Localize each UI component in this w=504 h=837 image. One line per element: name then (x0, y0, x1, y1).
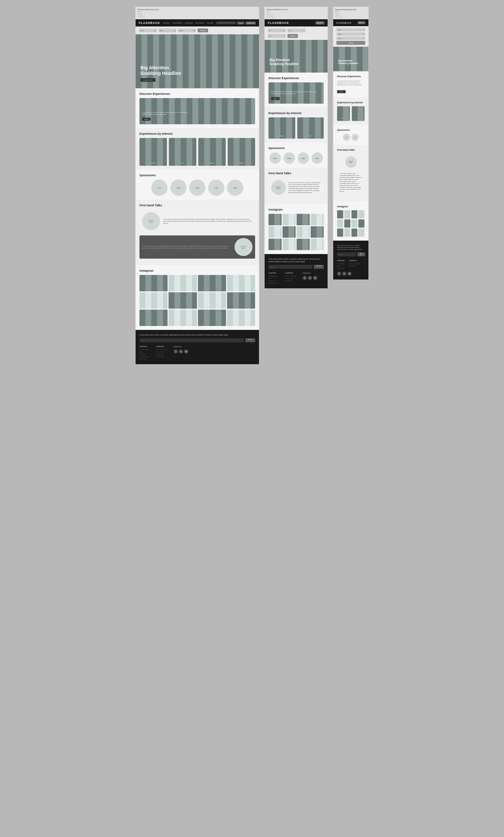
email-input-tablet[interactable] (268, 265, 313, 269)
sponsor-m1: Logo (343, 134, 350, 141)
nav-item-5[interactable]: Top Talks (207, 22, 213, 24)
fb-icon-mobile[interactable]: f (337, 272, 341, 275)
interest-card-music[interactable]: Music (198, 138, 226, 166)
m-insta-5 (337, 219, 343, 228)
footer-link-1[interactable]: Live Assistance (139, 349, 149, 351)
linkedin-icon[interactable]: in (184, 350, 188, 353)
interest-1-mobile[interactable]: History (337, 106, 350, 121)
interests-title-mobile: Experiences by Interest (337, 101, 365, 104)
signup-btn-tablet[interactable]: Sign Up (314, 265, 324, 269)
interest-card-history[interactable]: History (139, 138, 167, 166)
filter-select-3[interactable]: Select ▾ (178, 29, 196, 32)
interest-history-tablet[interactable]: History (268, 118, 295, 139)
li-icon-tablet[interactable]: in (313, 276, 317, 280)
t-company-link-3[interactable]: Partnerships (285, 280, 296, 282)
social-row-tablet: f t in (303, 276, 317, 280)
talks-title: First Hand Talks (139, 204, 255, 207)
menu-btn-mobile[interactable]: Menu ▾ (358, 21, 365, 24)
nav-item-4[interactable]: Get Interest (195, 22, 204, 24)
header-search[interactable] (216, 22, 236, 24)
nav-item-1[interactable]: See Story (163, 22, 170, 24)
discover-btn-mobile[interactable]: Explore (337, 90, 346, 93)
signup-button[interactable]: Sign Up (245, 338, 255, 342)
twitter-icon[interactable]: t (179, 350, 183, 353)
footer-company-link-4[interactable]: Privacy Rights (156, 356, 167, 357)
menu-btn-tablet[interactable]: Menu ▾ (316, 21, 324, 24)
person-circle-mobile: Person's Name (345, 156, 357, 168)
m-company-link-1[interactable]: Terms & Conditions (349, 263, 360, 265)
footer-company-link-1[interactable]: Terms & Conditions (156, 349, 167, 351)
tw-icon-mobile[interactable]: t (342, 272, 346, 275)
insta-10 (169, 309, 197, 326)
logo-mobile[interactable]: FLASHBACK (336, 22, 352, 24)
t-footer-link-3[interactable]: Contact Us (268, 280, 278, 282)
m-footer-link-3[interactable]: Contact Us (337, 267, 346, 269)
filter-2-mobile[interactable]: Select ▾ (336, 32, 365, 36)
talks-title-mobile: First Hand Talks (337, 149, 365, 151)
t-company-link-1[interactable]: Terms & Conditions (285, 275, 296, 277)
filter-select-1[interactable]: Select ▾ (139, 29, 157, 32)
sponsor-4-t: Logo (312, 153, 323, 164)
footer-link-3[interactable]: Contact Us (139, 353, 149, 355)
t-footer-link-2[interactable]: FAQ (268, 278, 278, 279)
m-insta-7 (352, 219, 358, 228)
interest-card-art[interactable]: Art (169, 138, 196, 166)
fb-icon-tablet[interactable]: f (303, 276, 307, 280)
tw-icon-tablet[interactable]: t (308, 276, 312, 280)
email-input[interactable] (139, 338, 244, 342)
search-btn-tablet[interactable]: Search (287, 34, 298, 38)
sponsors-row-mobile: Logo Logo (337, 134, 365, 141)
account-btn[interactable]: My Account (246, 22, 256, 24)
footer-company-link-3[interactable]: Partnerships (156, 353, 167, 355)
filter-select-2[interactable]: Select ▾ (158, 29, 176, 32)
m-footer-link-2[interactable]: FAQ (337, 265, 346, 267)
filter-2-tablet[interactable]: Sel ▾ (287, 29, 305, 32)
hero-cta-button[interactable]: Learn more here (141, 78, 155, 82)
support-btn[interactable]: Support (237, 22, 244, 24)
discover-btn-tablet[interactable]: Explore (271, 97, 280, 100)
footer-links-mobile: SUPPORT Live Assistance FAQ Contact Us C… (337, 260, 365, 270)
li-icon-mobile[interactable]: in (348, 272, 352, 275)
instagram-title: Instagram (139, 269, 255, 272)
filter-1-mobile[interactable]: Select ▾ (336, 28, 365, 31)
person-avatar-1: Person's Name (142, 212, 160, 230)
m-art: Art (357, 118, 359, 119)
t-footer-link-4[interactable]: Travel Advisories (268, 282, 278, 284)
footer-company-link-2[interactable]: Privacy Policy (156, 351, 167, 353)
t-insta-6 (282, 226, 296, 238)
signup-btn-mobile[interactable]: Sign Up (357, 252, 365, 256)
logo[interactable]: FLASHBACK (139, 21, 160, 24)
logo-tablet[interactable]: FLASHBACK (268, 21, 289, 24)
header-right: Support My Account (216, 22, 256, 24)
discover-explore-btn[interactable]: Explore (142, 118, 151, 121)
footer-link-5[interactable]: More Events (139, 358, 149, 360)
m-footer-link-1[interactable]: Live Assistance (337, 263, 346, 265)
interest-2-mobile[interactable]: Art (352, 106, 365, 121)
m-company-link-2[interactable]: Privacy Policy (349, 265, 360, 267)
footer-links-tablet: SUPPORT Live Assistance FAQ Contact Us T… (268, 272, 324, 284)
nav-item-3[interactable]: Destination (185, 22, 193, 24)
filter-3-mobile[interactable]: Select ▾ (336, 37, 365, 40)
chevron-m2: ▾ (363, 33, 364, 35)
interest-card-sports[interactable]: Sports (228, 138, 255, 166)
footer-link-2[interactable]: FAQ (139, 351, 149, 353)
facebook-icon[interactable]: f (174, 350, 178, 353)
filter-bar-tablet: Sel ▾ Sel ▾ Sel ▾ Search (265, 26, 328, 40)
nav-item-2[interactable]: How it Works (173, 22, 182, 24)
filter-1-tablet[interactable]: Sel ▾ (268, 29, 286, 32)
filter-3-tablet[interactable]: Sel ▾ (268, 34, 286, 38)
sponsors-title-tablet: Sponsorers (268, 146, 324, 150)
footer-link-4[interactable]: Travel Advisories (139, 356, 149, 357)
search-button[interactable]: Search (198, 29, 208, 32)
insta-5 (139, 292, 168, 309)
interest-art-tablet[interactable]: Art (297, 118, 324, 139)
t-insta-3 (297, 214, 310, 225)
t-footer-link-1[interactable]: Live Assistance (268, 275, 278, 277)
m-insta-1 (337, 210, 343, 218)
footer-tablet: Lorem ipsum dolor sit amet, consectetur … (265, 254, 328, 288)
instagram-mobile: Instagram (333, 201, 369, 241)
t-company-link-2[interactable]: Privacy Policy (285, 278, 296, 279)
email-input-mobile[interactable] (337, 252, 356, 256)
talk-card-2: Lorem ipsum dolor sit amet, consectetur … (139, 235, 255, 259)
search-btn-mobile[interactable]: Search (336, 41, 365, 45)
